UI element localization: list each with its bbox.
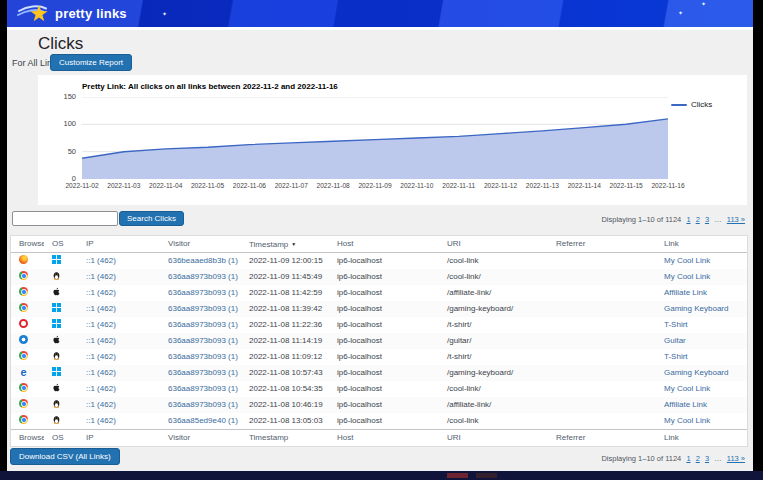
column-header-timestamp[interactable]: Timestamp▼ <box>241 236 329 253</box>
pagination-status: Displaying 1–10 of 1124 <box>601 215 681 224</box>
ip-link[interactable]: ::1 (462) <box>86 336 116 345</box>
windows-icon <box>52 367 61 376</box>
visitor-link[interactable]: 636aa8973b093 (1) <box>168 272 238 281</box>
link-link[interactable]: My Cool Link <box>664 256 710 265</box>
table-row: ::1 (462)636aa8973b093 (1)2022-11-08 10:… <box>11 381 747 397</box>
column-header-visitor[interactable]: Visitor <box>160 236 241 252</box>
visitor-link[interactable]: 636aa8973b093 (1) <box>168 352 238 361</box>
cell-os <box>44 253 78 269</box>
cell-host: ip6-localhost <box>329 413 439 429</box>
cell-ip: ::1 (462) <box>78 317 160 333</box>
brand-name: pretty links <box>55 6 127 21</box>
ip-link[interactable]: ::1 (462) <box>86 368 116 377</box>
search-clicks-button[interactable]: Search Clicks <box>119 211 184 226</box>
ip-link[interactable]: ::1 (462) <box>86 288 116 297</box>
cell-host: ip6-localhost <box>329 301 439 317</box>
pagination-page-3[interactable]: 3 <box>705 215 709 224</box>
ip-link[interactable]: ::1 (462) <box>86 384 116 393</box>
visitor-link[interactable]: 636aa8973b093 (1) <box>168 304 238 313</box>
link-link[interactable]: Affiliate Link <box>664 288 707 297</box>
pagination-last-page[interactable]: 113 » <box>727 454 745 463</box>
cell-ip: ::1 (462) <box>78 381 160 397</box>
link-link[interactable]: My Cool Link <box>664 416 710 425</box>
cell-link: T-Shirt <box>656 349 747 365</box>
pagination-page-1[interactable]: 1 <box>686 454 690 463</box>
visitor-link[interactable]: 636aa85ed9e40 (1) <box>168 416 238 425</box>
column-header-referrer: Referrer <box>548 430 656 446</box>
link-link[interactable]: Gaming Keyboard <box>664 368 728 377</box>
ip-link[interactable]: ::1 (462) <box>86 352 116 361</box>
cell-visitor: 636aa8973b093 (1) <box>160 317 241 333</box>
pagination-page-2[interactable]: 2 <box>696 215 700 224</box>
column-header-uri[interactable]: URI <box>439 236 548 252</box>
cell-visitor: 636aa8973b093 (1) <box>160 365 241 381</box>
clicks-table: BrowserOSIPVisitorTimestamp▼HostURIRefer… <box>10 235 748 447</box>
visitor-link[interactable]: 636aa8973b093 (1) <box>168 368 238 377</box>
taskbar <box>0 471 763 480</box>
column-header-host[interactable]: Host <box>329 236 439 252</box>
apple-icon <box>52 287 61 296</box>
cell-host: ip6-localhost <box>329 381 439 397</box>
pagination-status: Displaying 1–10 of 1124 <box>601 454 681 463</box>
cell-uri: /t-shirt/ <box>439 317 548 333</box>
cell-link: T-Shirt <box>656 317 747 333</box>
link-link[interactable]: Affiliate Link <box>664 400 707 409</box>
cell-browser <box>11 253 44 269</box>
pagination-page-3[interactable]: 3 <box>705 454 709 463</box>
x-tick-label: 2022-11-04 <box>144 182 188 189</box>
chrome-icon <box>19 351 28 360</box>
cell-visitor: 636aa8973b093 (1) <box>160 269 241 285</box>
legend-label: Clicks <box>691 100 712 109</box>
y-tick-label: 150 <box>38 92 76 101</box>
ip-link[interactable]: ::1 (462) <box>86 400 116 409</box>
visitor-link[interactable]: 636aa8973b093 (1) <box>168 288 238 297</box>
ip-link[interactable]: ::1 (462) <box>86 256 116 265</box>
customize-report-button[interactable]: Customize Report <box>50 54 132 71</box>
cell-ip: ::1 (462) <box>78 333 160 349</box>
column-header-ip[interactable]: IP <box>78 236 160 252</box>
column-header-ip: IP <box>78 430 160 446</box>
visitor-link[interactable]: 636aa8973b093 (1) <box>168 400 238 409</box>
visitor-link[interactable]: 636aa8973b093 (1) <box>168 320 238 329</box>
link-link[interactable]: Guitar <box>664 336 686 345</box>
link-link[interactable]: T-Shirt <box>664 320 688 329</box>
safari-icon <box>19 335 28 344</box>
visitor-link[interactable]: 636beaaed8b3b (1) <box>168 256 238 265</box>
x-tick-label: 2022-11-07 <box>269 182 313 189</box>
cell-host: ip6-localhost <box>329 365 439 381</box>
cell-visitor: 636aa85ed9e40 (1) <box>160 413 241 429</box>
sparkle-icon: ✦ <box>162 11 167 17</box>
pagination-last-page[interactable]: 113 » <box>727 215 745 224</box>
column-header-browser[interactable]: Browser <box>11 236 44 252</box>
cell-os <box>44 333 78 349</box>
column-header-link[interactable]: Link <box>656 236 747 252</box>
ip-link[interactable]: ::1 (462) <box>86 304 116 313</box>
column-header-browser: Browser <box>11 430 44 446</box>
cell-timestamp: 2022-11-09 11:45:49 <box>241 269 329 285</box>
chart-plot-area <box>82 97 668 179</box>
cell-link: Affiliate Link <box>656 285 747 301</box>
download-csv-button[interactable]: Download CSV (All Links) <box>10 448 120 465</box>
table-row: ::1 (462)636aa8973b093 (1)2022-11-08 11:… <box>11 317 747 333</box>
pagination-page-1[interactable]: 1 <box>686 215 690 224</box>
ip-link[interactable]: ::1 (462) <box>86 320 116 329</box>
cell-uri: /guitar/ <box>439 333 548 349</box>
table-row: ::1 (462)636aa8973b093 (1)2022-11-09 11:… <box>11 269 747 285</box>
ip-link[interactable]: ::1 (462) <box>86 416 116 425</box>
link-link[interactable]: My Cool Link <box>664 384 710 393</box>
cell-timestamp: 2022-11-08 10:46:19 <box>241 397 329 413</box>
cell-os <box>44 365 78 381</box>
link-link[interactable]: My Cool Link <box>664 272 710 281</box>
cell-browser <box>11 269 44 285</box>
search-input[interactable] <box>12 211 118 226</box>
visitor-link[interactable]: 636aa8973b093 (1) <box>168 336 238 345</box>
ip-link[interactable]: ::1 (462) <box>86 272 116 281</box>
link-link[interactable]: Gaming Keyboard <box>664 304 728 313</box>
link-link[interactable]: T-Shirt <box>664 352 688 361</box>
column-header-os[interactable]: OS <box>44 236 78 252</box>
sort-desc-icon: ▼ <box>291 241 296 247</box>
cell-ip: ::1 (462) <box>78 365 160 381</box>
pagination-page-2[interactable]: 2 <box>696 454 700 463</box>
column-header-referrer[interactable]: Referrer <box>548 236 656 252</box>
visitor-link[interactable]: 636aa8973b093 (1) <box>168 384 238 393</box>
